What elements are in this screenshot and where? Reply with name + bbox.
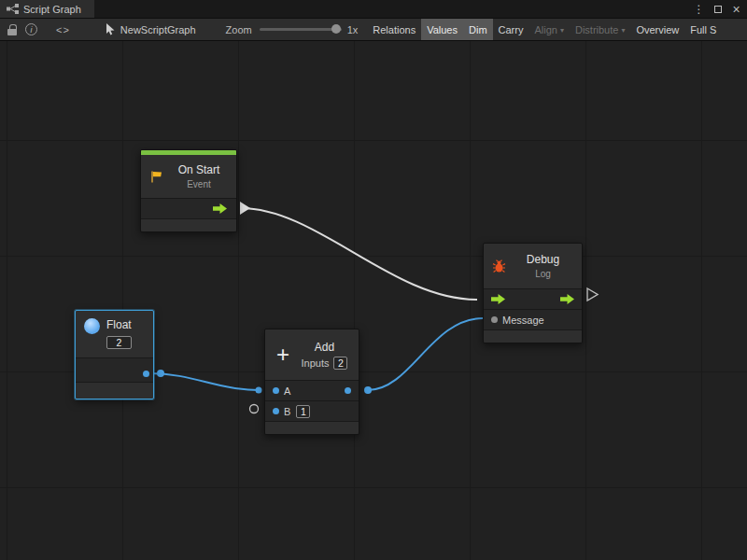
toolbar-button-overview[interactable]: Overview xyxy=(630,19,684,41)
wire-endpoint-dot[interactable] xyxy=(157,370,164,377)
node-footer xyxy=(141,218,236,231)
info-icon[interactable]: i xyxy=(25,23,37,35)
inputs-count-field[interactable]: 2 xyxy=(333,357,347,370)
node-header: On Start Event xyxy=(141,155,236,198)
tab-script-graph[interactable]: Script Graph xyxy=(0,0,94,18)
node-footer xyxy=(484,329,582,343)
zoom-value: 1x xyxy=(347,24,359,35)
button-label: Values xyxy=(427,24,458,35)
tab-label: Script Graph xyxy=(23,4,81,15)
add-icon: + xyxy=(274,345,292,364)
flow-arrow-start xyxy=(240,202,250,215)
graph-name[interactable]: NewScriptGraph xyxy=(106,23,196,35)
wire-endpoint-dot[interactable] xyxy=(364,386,372,394)
menu-icon[interactable]: ⋮ xyxy=(691,2,707,17)
window-controls: ⋮ × xyxy=(691,0,747,18)
code-icon[interactable]: <> xyxy=(56,24,70,35)
float-value-field[interactable]: 2 xyxy=(106,336,132,349)
node-subtitle: Log xyxy=(535,269,551,279)
script-graph-icon xyxy=(7,4,19,14)
port-b-value-field[interactable]: 1 xyxy=(296,405,310,418)
button-label: Overview xyxy=(636,24,679,35)
flow-output-port[interactable] xyxy=(560,294,574,304)
button-label: Dim xyxy=(469,24,487,35)
input-port-b[interactable] xyxy=(273,408,279,414)
bug-icon xyxy=(492,259,506,273)
unity-window: Script Graph ⋮ × i <> NewScriptGraph Zoo… xyxy=(0,0,747,560)
wire-endpoint-dot[interactable] xyxy=(256,387,262,394)
node-footer xyxy=(265,421,359,434)
wire-layer xyxy=(0,41,747,560)
input-port-a[interactable] xyxy=(273,387,279,394)
wire-float-to-add-a[interactable] xyxy=(150,373,259,390)
float-icon xyxy=(84,318,100,334)
tab-bar: Script Graph ⋮ × xyxy=(0,0,747,19)
node-title: Debug xyxy=(527,253,559,266)
button-label: Relations xyxy=(373,24,416,35)
node-header: Float 2 xyxy=(76,311,153,357)
toolbar-button-relations[interactable]: Relations xyxy=(367,19,421,41)
graph-canvas[interactable]: On Start Event Float 2 xyxy=(0,41,747,560)
flow-input-port[interactable] xyxy=(491,294,505,304)
close-icon[interactable]: × xyxy=(728,2,744,17)
node-title: On Start xyxy=(178,163,220,176)
port-a-label: A xyxy=(284,385,290,397)
message-label: Message xyxy=(502,315,544,326)
inputs-label: Inputs xyxy=(302,357,330,369)
toolbar-button-align[interactable]: Align▾ xyxy=(529,19,569,41)
node-debug-log[interactable]: Debug Log Message xyxy=(483,243,583,343)
flow-port-row xyxy=(484,288,582,309)
graph-name-label: NewScriptGraph xyxy=(120,24,196,35)
port-row xyxy=(141,198,236,218)
tab-bar-empty xyxy=(94,0,691,18)
port-b-label: B xyxy=(284,406,290,417)
graph-toolbar: i <> NewScriptGraph Zoom 1x Relations Va… xyxy=(0,19,747,41)
node-titles: Debug Log xyxy=(513,253,573,279)
zoom-label: Zoom xyxy=(226,24,252,35)
node-header: + Add Inputs 2 xyxy=(265,329,359,380)
value-output-port[interactable] xyxy=(143,371,149,377)
node-subtitle: Event xyxy=(187,179,211,189)
port-row-a: A xyxy=(265,380,359,400)
toolbar-button-values[interactable]: Values xyxy=(421,19,463,41)
wire-flow-onstart-to-debug[interactable] xyxy=(241,208,477,300)
chevron-down-icon: ▾ xyxy=(560,26,564,35)
toolbar-button-distribute[interactable]: Distribute▾ xyxy=(570,19,630,41)
node-float[interactable]: Float 2 xyxy=(75,310,154,399)
lock-icon[interactable] xyxy=(7,24,17,35)
port-row xyxy=(76,357,153,382)
message-port-row: Message xyxy=(484,309,582,329)
node-titles: Float 2 xyxy=(106,318,132,349)
zoom-slider-knob[interactable] xyxy=(331,24,341,34)
output-port-sum[interactable] xyxy=(345,387,351,394)
maximize-icon[interactable] xyxy=(710,2,726,17)
message-input-port[interactable] xyxy=(491,316,498,323)
flow-continuation-arrow xyxy=(587,288,598,301)
zoom-slider[interactable] xyxy=(260,28,342,31)
button-label: Align xyxy=(534,24,557,35)
flow-output-port[interactable] xyxy=(213,203,227,214)
node-footer xyxy=(76,382,153,395)
toolbar-button-fullscreen[interactable]: Full S xyxy=(684,19,722,41)
cursor-icon xyxy=(106,23,116,35)
toolbar-button-carry[interactable]: Carry xyxy=(493,19,529,41)
node-add[interactable]: + Add Inputs 2 A B 1 xyxy=(264,329,359,435)
flag-icon xyxy=(149,170,163,184)
node-title: Float xyxy=(106,318,132,331)
button-label: Distribute xyxy=(575,24,618,35)
node-header: Debug Log xyxy=(484,244,582,288)
port-row-b: B 1 xyxy=(265,400,359,421)
node-titles: Add Inputs 2 xyxy=(299,341,350,370)
button-label: Carry xyxy=(499,24,524,35)
chevron-down-icon: ▾ xyxy=(621,26,625,35)
wire-add-to-debug-message[interactable] xyxy=(368,318,483,390)
node-on-start[interactable]: On Start Event xyxy=(140,149,237,232)
toolbar-button-dim[interactable]: Dim xyxy=(463,19,493,41)
node-titles: On Start Event xyxy=(170,163,228,189)
button-label: Full S xyxy=(690,24,716,35)
unconnected-port-circle[interactable] xyxy=(250,405,259,413)
maximize-glyph xyxy=(714,6,722,13)
node-title: Add xyxy=(315,341,334,354)
